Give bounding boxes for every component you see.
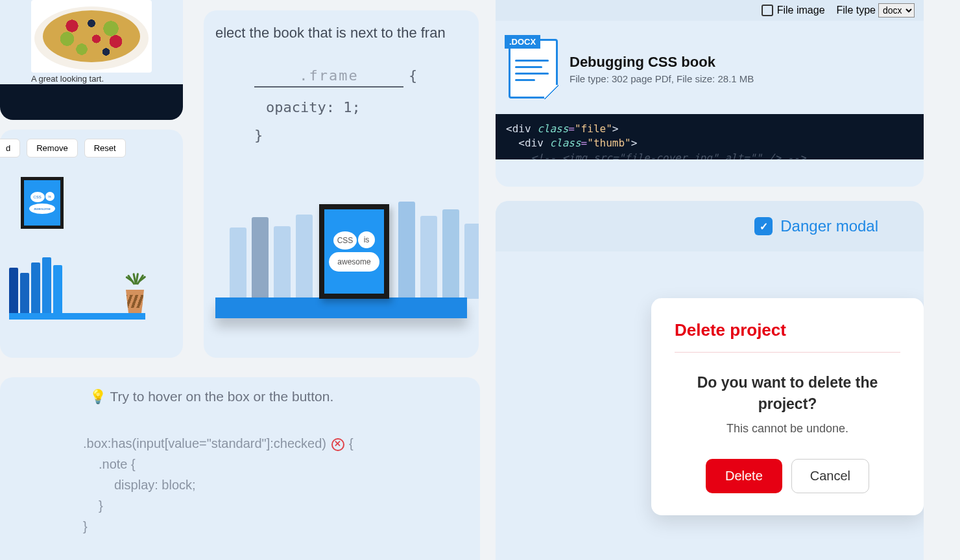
small-shelf-bar <box>9 313 145 320</box>
small-css-frame: CSS is awesome <box>21 177 64 229</box>
file-details: File type: 302 page PDf, File size: 28.1… <box>570 73 754 84</box>
books-right <box>398 202 479 299</box>
file-card-panel: File image File type docx .DOCX Debuggin… <box>496 0 924 187</box>
css-frame[interactable]: CSS is awesome <box>319 204 389 299</box>
modal-subtext: This cannot be undone. <box>675 422 900 436</box>
button-row: d Remove Reset <box>9 139 174 158</box>
close-brace: } <box>254 127 467 143</box>
file-card: .DOCX Debugging CSS book File type: 302 … <box>496 21 924 114</box>
code-block: <div class="file"> <div class="thumb"> <… <box>496 114 924 159</box>
code-row-2: <div class="thumb"> <box>506 136 913 150</box>
code-line-5: } <box>83 516 462 537</box>
bubble-is: is <box>358 231 375 248</box>
modal-actions: Delete Cancel <box>675 459 900 493</box>
code-line-1: .box:has(input[value="standard"]:checked… <box>83 433 462 454</box>
small-books <box>9 257 62 313</box>
danger-toolbar: ✓ Danger modal <box>496 201 924 251</box>
file-type-select[interactable]: docx <box>878 3 915 18</box>
hint-line: 💡 Try to hover on the box or the button. <box>90 389 462 404</box>
file-type-control: File type docx <box>837 3 915 18</box>
lesson-title: elect the book that is next to the fran <box>215 25 467 41</box>
code-row-3: <!-- <img src="file-cover.jpg" alt="" />… <box>506 151 913 159</box>
bubble-css: CSS <box>30 192 45 202</box>
remove-button[interactable]: Remove <box>27 139 77 158</box>
css-editor: { opacity: 1; } <box>254 67 467 143</box>
delete-button[interactable]: Delete <box>706 459 782 493</box>
open-brace: { <box>409 67 417 84</box>
modal-question: Do you want to delete the project? <box>675 372 900 415</box>
file-title: Debugging CSS book <box>570 54 754 71</box>
file-meta: Debugging CSS book File type: 302 page P… <box>570 54 754 84</box>
code-row-1: <div class="file"> <box>506 122 913 136</box>
delete-modal: Delete project Do you want to delete the… <box>651 298 924 515</box>
file-toolbar: File image File type docx <box>496 0 924 21</box>
tart-caption: A great looking tart. <box>31 74 104 84</box>
tart-dark-wrap: A great looking tart. <box>0 0 183 120</box>
small-shelf-panel: d Remove Reset CSS is awesome <box>0 130 183 358</box>
reset-button[interactable]: Reset <box>84 139 126 158</box>
checkbox-unchecked-icon <box>762 5 773 16</box>
code-line-2: .note { <box>99 454 462 474</box>
bubble-awesome: awesome <box>329 252 379 272</box>
code-line-3: display: block; <box>114 474 462 495</box>
file-thumb-icon: .DOCX <box>509 39 558 99</box>
plant-icon <box>122 290 148 313</box>
css-property-line: opacity: 1; <box>266 99 467 115</box>
bubble-css: CSS <box>333 231 357 250</box>
shelf-scene: CSS is awesome <box>215 176 467 318</box>
file-badge: .DOCX <box>505 35 540 49</box>
file-image-toggle[interactable]: File image <box>762 5 825 16</box>
error-icon: ✕ <box>331 438 344 451</box>
hint-text: Try to hover on the box or the button. <box>110 389 333 404</box>
prev-button-partial[interactable]: d <box>0 139 20 158</box>
code-sample: .box:has(input[value="standard"]:checked… <box>83 433 462 537</box>
modal-title: Delete project <box>675 320 900 353</box>
selector-lesson-panel: elect the book that is next to the fran … <box>204 10 479 358</box>
small-shelf-scene: CSS is awesome <box>9 164 174 339</box>
cancel-button[interactable]: Cancel <box>791 459 869 493</box>
code-line-4: } <box>99 495 462 516</box>
bubble-awesome: awesome <box>29 204 55 214</box>
books-left <box>230 215 313 299</box>
bubble-is: is <box>45 192 54 201</box>
danger-modal-panel: ✓ Danger modal Delete project Do you wan… <box>496 201 924 560</box>
danger-toggle-label: Danger modal <box>780 217 878 235</box>
tart-panel: A great looking tart. <box>0 0 183 120</box>
tart-image <box>31 0 152 73</box>
checkbox-checked-icon[interactable]: ✓ <box>754 217 773 235</box>
shelf-bar <box>215 298 467 318</box>
hover-hint-panel: 💡 Try to hover on the box or the button.… <box>0 377 480 560</box>
bulb-icon: 💡 <box>90 389 106 404</box>
selector-input[interactable] <box>254 67 403 88</box>
